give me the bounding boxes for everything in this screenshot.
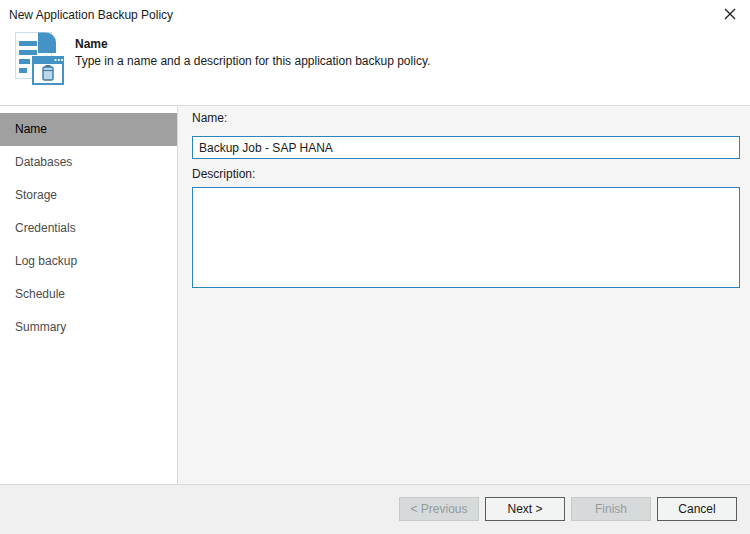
step-title: Name [75, 37, 108, 51]
wizard-body: Name Databases Storage Credentials Log b… [0, 106, 750, 484]
sidebar-item-summary[interactable]: Summary [0, 311, 177, 344]
wizard-dialog: New Application Backup Policy [0, 0, 750, 534]
sidebar-item-databases[interactable]: Databases [0, 146, 177, 179]
sidebar-item-schedule[interactable]: Schedule [0, 278, 177, 311]
name-field-label: Name: [192, 111, 740, 126]
previous-button: < Previous [399, 497, 479, 521]
close-icon [724, 8, 736, 23]
wizard-header: Name Type in a name and a description fo… [0, 28, 750, 106]
sidebar-item-log-backup[interactable]: Log backup [0, 245, 177, 278]
cancel-button[interactable]: Cancel [657, 497, 737, 521]
titlebar: New Application Backup Policy [0, 0, 750, 28]
policy-name-input[interactable] [192, 136, 740, 159]
wizard-footer: < Previous Next > Finish Cancel [0, 484, 750, 534]
close-button[interactable] [718, 5, 742, 25]
description-field-label: Description: [192, 167, 740, 182]
next-button[interactable]: Next > [485, 497, 565, 521]
sidebar-item-name[interactable]: Name [0, 113, 177, 146]
sidebar-item-credentials[interactable]: Credentials [0, 212, 177, 245]
step-description: Type in a name and a description for thi… [75, 54, 430, 68]
steps-sidebar: Name Databases Storage Credentials Log b… [0, 106, 178, 484]
sidebar-item-storage[interactable]: Storage [0, 179, 177, 212]
policy-description-textarea[interactable] [192, 187, 740, 288]
backup-policy-document-icon [10, 31, 66, 87]
step-content-pane: Name: Description: [178, 106, 750, 484]
finish-button: Finish [571, 497, 651, 521]
window-title: New Application Backup Policy [9, 8, 173, 22]
